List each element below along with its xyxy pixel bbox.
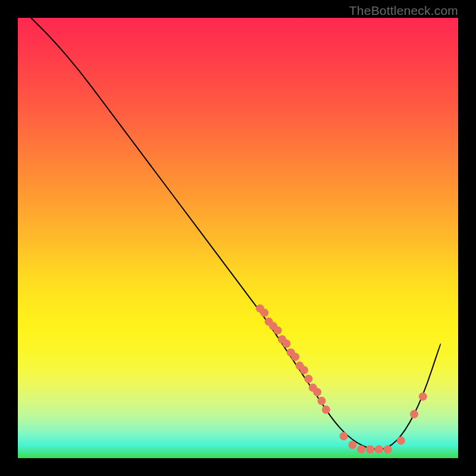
data-point <box>366 445 374 453</box>
data-point <box>340 432 348 440</box>
chart-container <box>18 18 458 458</box>
chart-svg <box>18 18 458 458</box>
data-point <box>260 309 268 317</box>
data-point <box>322 406 330 414</box>
data-point <box>318 397 326 405</box>
data-point <box>397 436 405 444</box>
data-point <box>419 392 427 400</box>
data-point <box>384 445 392 453</box>
data-point <box>375 445 383 453</box>
data-point <box>274 326 282 334</box>
data-point <box>348 441 356 449</box>
data-point <box>304 375 312 383</box>
bottleneck-curve <box>31 18 440 449</box>
data-point <box>300 366 308 374</box>
curve-group <box>31 18 440 449</box>
data-point <box>282 340 290 348</box>
data-point <box>357 445 365 453</box>
data-point <box>313 388 321 396</box>
data-point <box>410 410 418 418</box>
scatter-points-group <box>256 304 427 453</box>
watermark-text: TheBottleneck.com <box>349 4 458 18</box>
data-point <box>291 353 299 361</box>
